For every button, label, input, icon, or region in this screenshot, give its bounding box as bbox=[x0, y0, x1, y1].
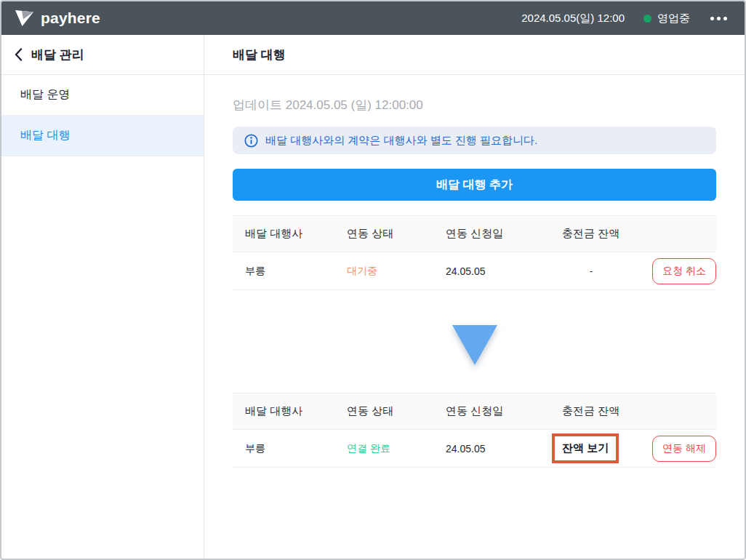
balance-cell: 잔액 보기 bbox=[562, 433, 652, 463]
col-header-balance: 충전금 잔액 bbox=[562, 404, 716, 418]
sidebar-item-delivery-operation[interactable]: 배달 운영 bbox=[1, 75, 204, 116]
ellipsis-menu-icon[interactable] bbox=[709, 14, 729, 23]
topbar: payhere 2024.05.05(일) 12:00 영업중 bbox=[1, 1, 745, 35]
col-header-status: 연동 상태 bbox=[347, 227, 446, 241]
agency-name: 부릉 bbox=[233, 265, 347, 278]
brand: payhere bbox=[15, 9, 100, 28]
agency-table-pending: 배달 대행사 연동 상태 연동 신청일 충전금 잔액 부릉 대기중 24.05.… bbox=[233, 215, 716, 290]
brand-name: payhere bbox=[41, 9, 100, 27]
chevron-left-icon[interactable] bbox=[15, 48, 23, 61]
balance-value: - bbox=[562, 265, 620, 277]
disconnect-button[interactable]: 연동 해제 bbox=[652, 436, 716, 462]
status-badge: 대기중 bbox=[347, 265, 446, 278]
store-status-label: 영업중 bbox=[657, 12, 690, 25]
sidebar-header: 배달 관리 bbox=[1, 35, 204, 75]
down-triangle-icon bbox=[452, 325, 497, 365]
main-content: 업데이트 2024.05.05 (일) 12:00:00 배달 대행사와의 계약… bbox=[204, 75, 745, 468]
datetime-label: 2024.05.05(일) 12:00 bbox=[521, 12, 625, 25]
request-date: 24.05.05 bbox=[446, 265, 562, 277]
page-title: 배달 대행 bbox=[233, 47, 286, 63]
main-panel: 배달 대행 업데이트 2024.05.05 (일) 12:00:00 배달 대행… bbox=[204, 35, 745, 559]
status-badge: 연결 완료 bbox=[347, 442, 446, 455]
table-row: 부릉 대기중 24.05.05 - 요청 취소 bbox=[233, 252, 716, 290]
topbar-right: 2024.05.05(일) 12:00 영업중 bbox=[521, 12, 729, 25]
sidebar: 배달 관리 배달 운영 배달 대행 bbox=[1, 35, 204, 559]
col-header-request-date: 연동 신청일 bbox=[446, 404, 562, 418]
add-agency-button[interactable]: 배달 대행 추가 bbox=[233, 169, 716, 201]
payhere-logo-icon bbox=[15, 9, 34, 28]
request-date: 24.05.05 bbox=[446, 443, 562, 455]
notice-text: 배달 대행사와의 계약은 대행사와 별도 진행 필요합니다. bbox=[265, 134, 537, 148]
balance-cell: - bbox=[562, 265, 652, 277]
agency-name: 부릉 bbox=[233, 442, 347, 455]
col-header-agency: 배달 대행사 bbox=[233, 227, 347, 241]
store-status-badge: 영업중 bbox=[643, 12, 690, 25]
view-balance-button-highlighted[interactable]: 잔액 보기 bbox=[552, 433, 619, 463]
table-row: 부릉 연결 완료 24.05.05 잔액 보기 연동 해제 bbox=[233, 430, 716, 468]
table-header-row: 배달 대행사 연동 상태 연동 신청일 충전금 잔액 bbox=[233, 216, 716, 252]
table-header-row: 배달 대행사 연동 상태 연동 신청일 충전금 잔액 bbox=[233, 393, 716, 430]
info-icon bbox=[244, 134, 258, 148]
open-status-dot-icon bbox=[643, 15, 651, 23]
agency-table-connected: 배달 대행사 연동 상태 연동 신청일 충전금 잔액 부릉 연결 완료 24.0… bbox=[233, 393, 716, 468]
col-header-status: 연동 상태 bbox=[347, 404, 446, 418]
sidebar-item-delivery-agency[interactable]: 배달 대행 bbox=[1, 116, 204, 156]
cancel-request-button[interactable]: 요청 취소 bbox=[652, 258, 716, 284]
flow-arrow bbox=[233, 325, 716, 365]
col-header-agency: 배달 대행사 bbox=[233, 404, 347, 418]
main-header: 배달 대행 bbox=[204, 35, 745, 75]
app-window: payhere 2024.05.05(일) 12:00 영업중 배달 관리 bbox=[0, 0, 746, 560]
notice-banner: 배달 대행사와의 계약은 대행사와 별도 진행 필요합니다. bbox=[233, 127, 716, 154]
col-header-balance: 충전금 잔액 bbox=[562, 227, 716, 241]
col-header-request-date: 연동 신청일 bbox=[446, 227, 562, 241]
updated-timestamp: 업데이트 2024.05.05 (일) 12:00:00 bbox=[233, 97, 716, 113]
sidebar-title: 배달 관리 bbox=[31, 47, 84, 63]
